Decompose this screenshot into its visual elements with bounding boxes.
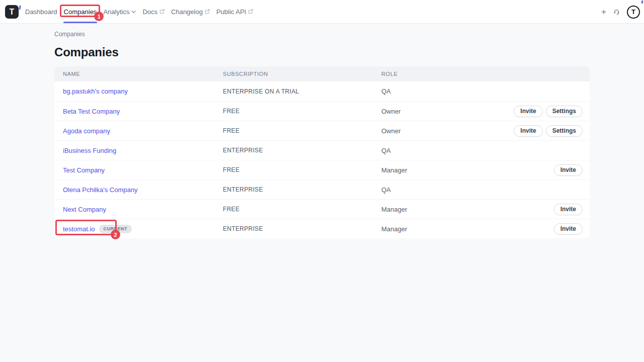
- role-value: QA: [381, 87, 583, 95]
- column-header-subscription: SUBSCRIPTION: [223, 71, 381, 77]
- app-logo[interactable]: T: [5, 5, 19, 19]
- active-tab-underline: [63, 22, 98, 23]
- subscription-value: ENTERPRISE: [223, 225, 381, 232]
- company-link[interactable]: iBusiness Funding: [63, 147, 116, 154]
- invite-button[interactable]: Invite: [514, 125, 542, 137]
- nav-item-dashboard[interactable]: Dashboard: [25, 0, 57, 23]
- role-value: Owner: [381, 108, 514, 115]
- topbar-right: + T: [601, 0, 641, 24]
- table-row: Next Company FREE Manager Invite: [54, 199, 590, 219]
- main-content: Companies Companies NAME SUBSCRIPTION RO…: [0, 24, 644, 238]
- nav-item-analytics[interactable]: Analytics: [103, 0, 136, 23]
- table-row: Olena Pchilka's Company ENTERPRISE QA: [54, 179, 590, 199]
- company-link[interactable]: Next Company: [63, 206, 106, 213]
- subscription-value: FREE: [223, 127, 381, 134]
- nav-item-changelog[interactable]: Changelog: [171, 0, 210, 23]
- company-link[interactable]: bg.pastukh's company: [63, 87, 128, 95]
- invite-button[interactable]: Invite: [514, 106, 542, 117]
- external-link-icon: [248, 9, 253, 14]
- topbar: T Dashboard Companies 1 Analytics Docs: [0, 0, 644, 24]
- main-nav: Dashboard Companies 1 Analytics Docs Cha…: [25, 0, 253, 23]
- nav-label-changelog: Changelog: [171, 8, 203, 16]
- settings-button[interactable]: Settings: [546, 125, 583, 137]
- external-link-icon: [205, 9, 210, 14]
- company-link[interactable]: Agoda company: [63, 127, 110, 135]
- nav-item-companies[interactable]: Companies 1: [64, 0, 97, 23]
- subscription-value: FREE: [223, 166, 381, 173]
- logo-accent-mark: [19, 6, 21, 10]
- user-avatar[interactable]: T: [627, 6, 640, 19]
- table-row: Test Company FREE Manager Invite: [54, 160, 590, 179]
- avatar-accent-mark: [641, 1, 642, 4]
- avatar-letter: T: [631, 9, 635, 15]
- invite-button[interactable]: Invite: [554, 223, 583, 235]
- role-value: QA: [381, 147, 583, 154]
- add-button[interactable]: +: [601, 8, 606, 16]
- chevron-down-icon: [131, 10, 136, 14]
- column-header-role: ROLE: [381, 71, 583, 77]
- subscription-value: ENTERPRISE ON A TRIAL: [223, 88, 381, 95]
- support-icon[interactable]: [613, 9, 620, 15]
- external-link-icon: [159, 9, 165, 14]
- companies-table: NAME SUBSCRIPTION ROLE bg.pastukh's comp…: [54, 66, 590, 238]
- role-value: Manager: [381, 225, 554, 233]
- column-header-name: NAME: [63, 71, 223, 77]
- page-title: Companies: [54, 45, 590, 59]
- subscription-value: FREE: [223, 206, 381, 213]
- nav-item-docs[interactable]: Docs: [142, 0, 165, 23]
- nav-label-analytics: Analytics: [103, 8, 129, 16]
- company-link[interactable]: Olena Pchilka's Company: [63, 186, 137, 194]
- table-row: bg.pastukh's company ENTERPRISE ON A TRI…: [54, 81, 590, 101]
- table-row: iBusiness Funding ENTERPRISE QA: [54, 140, 590, 160]
- role-value: Manager: [381, 166, 554, 174]
- breadcrumb[interactable]: Companies: [54, 31, 85, 38]
- current-company-badge: CURRENT: [99, 225, 132, 233]
- nav-label-dashboard: Dashboard: [25, 8, 57, 16]
- table-row-current-company: testomat.io CURRENT ENTERPRISE Manager I…: [54, 219, 590, 238]
- nav-item-public-api[interactable]: Public API: [216, 0, 253, 23]
- role-value: QA: [381, 186, 583, 194]
- settings-button[interactable]: Settings: [546, 106, 583, 117]
- subscription-value: ENTERPRISE: [223, 186, 381, 193]
- nav-label-companies: Companies: [64, 8, 97, 16]
- company-link[interactable]: Test Company: [63, 166, 105, 174]
- table-header-row: NAME SUBSCRIPTION ROLE: [54, 66, 590, 81]
- role-value: Manager: [381, 206, 554, 213]
- role-value: Owner: [381, 127, 514, 135]
- subscription-value: ENTERPRISE: [223, 147, 381, 154]
- subscription-value: FREE: [223, 108, 381, 115]
- table-row: Agoda company FREE Owner Invite Settings: [54, 121, 590, 140]
- nav-label-public-api: Public API: [216, 8, 246, 16]
- invite-button[interactable]: Invite: [554, 164, 583, 176]
- table-row: Beta Test Company FREE Owner Invite Sett…: [54, 101, 590, 121]
- nav-label-docs: Docs: [142, 8, 157, 16]
- company-link[interactable]: Beta Test Company: [63, 108, 120, 115]
- company-link[interactable]: testomat.io: [63, 225, 95, 233]
- invite-button[interactable]: Invite: [554, 204, 583, 215]
- logo-letter: T: [10, 8, 15, 16]
